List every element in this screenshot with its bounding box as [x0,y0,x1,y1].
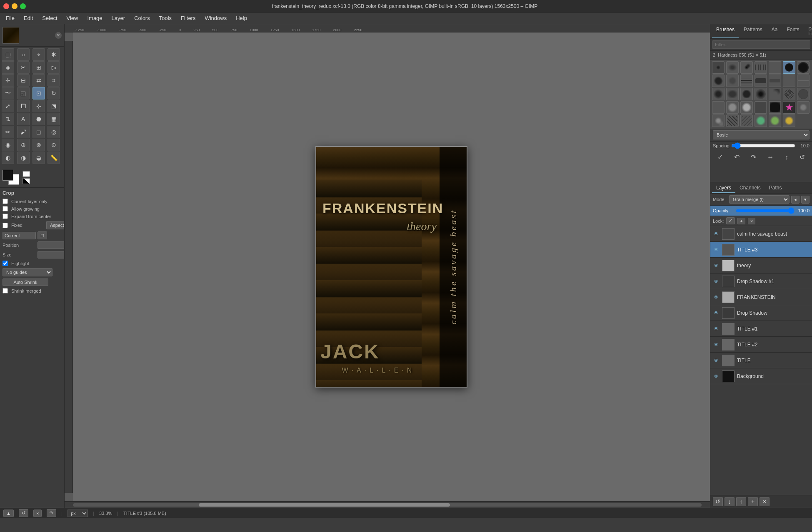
layer-eye-calm-savage[interactable]: 👁 [713,231,720,237]
layer-btn-up[interactable]: ↑ [736,497,746,506]
tool-free-select[interactable]: ⌖ [32,48,45,61]
layer-item-drop-shadow[interactable]: 👁 Drop Shadow [710,305,812,321]
menu-layer[interactable]: Layer [107,13,130,23]
menu-file[interactable]: File [2,13,19,23]
brush-item[interactable] [726,101,739,114]
brush-item[interactable] [783,114,795,127]
lock-btn-check[interactable]: ✓ [726,217,735,224]
brush-item[interactable] [783,75,795,87]
tool-fuzzy-select[interactable]: ✱ [47,48,60,61]
tab-channels[interactable]: Channels [735,183,765,193]
tool-text[interactable]: A [17,113,30,125]
brush-item[interactable] [797,101,810,114]
brush-item[interactable] [712,61,725,74]
tab-brushes[interactable]: Brushes [712,25,739,38]
reset-colors-button[interactable] [22,178,30,184]
tool-scale[interactable]: ⤢ [2,100,14,112]
tool-ink[interactable]: ◉ [2,139,14,151]
brush-item-selected[interactable] [783,61,795,74]
tool-crop[interactable]: ⊡ [32,87,45,99]
brush-item[interactable] [712,75,725,87]
tool-ellipse-select[interactable]: ○ [17,48,30,61]
brush-item[interactable] [755,61,767,74]
hscroll-thumb[interactable] [199,503,450,507]
brush-item[interactable] [740,61,753,74]
brush-action-apply[interactable]: ✓ [715,152,725,162]
tab-layers[interactable]: Layers [712,183,735,193]
guides-select[interactable]: No guides Rule of thirds Golden sections [2,268,52,276]
maximize-button[interactable] [20,3,26,9]
menu-edit[interactable]: Edit [20,13,37,23]
current-reset-button[interactable]: ◻ [37,231,47,239]
tool-rect-select[interactable]: ⬚ [2,48,14,61]
swap-colors-button[interactable] [22,171,30,177]
layer-eye-theory[interactable]: 👁 [713,262,720,269]
tool-bucket-fill[interactable]: ⬣ [32,113,45,125]
brush-action-undo[interactable]: ↶ [732,152,742,162]
brush-item[interactable] [755,75,767,87]
shrink-merged-checkbox[interactable] [2,288,8,293]
layer-item-title1[interactable]: 👁 TITLE #1 [710,321,812,337]
close-button[interactable] [3,3,9,9]
tool-measure[interactable]: 📏 [47,152,60,164]
tool-paintbrush[interactable]: 🖌 [17,126,30,138]
brush-item[interactable] [726,88,739,100]
menu-help[interactable]: Help [232,13,251,23]
brush-item[interactable] [740,75,753,87]
tool-3d-transform[interactable]: ◱ [17,87,30,99]
tool-smudge[interactable]: ◒ [32,152,45,164]
canvas-scroll[interactable]: calm the savage beast FRANKENSTEIN theor… [65,32,710,501]
thumbnail-close-button[interactable]: ✕ [55,32,62,39]
tab-paths[interactable]: Paths [765,183,786,193]
layer-eye-drop-shadow[interactable]: 👁 [713,310,720,316]
tool-align[interactable]: ⊟ [17,74,30,87]
tool-shear[interactable]: ⧠ [17,100,30,112]
tool-flip[interactable]: ⇅ [2,113,14,125]
tool-rotate[interactable]: ↻ [47,87,60,99]
tab-fonts-icon[interactable]: Aa [767,25,782,38]
brush-item[interactable] [712,88,725,100]
brush-item[interactable] [769,75,781,87]
layer-item-frankenstein[interactable]: 👁 FRANKENSTEIN [710,289,812,305]
tool-eraser[interactable]: ◻ [32,126,45,138]
tool-gradient[interactable]: ▦ [47,113,60,125]
menu-colors[interactable]: Colors [130,13,154,23]
layer-btn-add[interactable]: + [748,497,758,506]
fixed-select[interactable]: Aspect ratio Width Height [46,221,65,229]
current-layer-only-checkbox[interactable] [2,199,8,204]
tab-patterns[interactable]: Patterns [740,25,767,38]
auto-shrink-button[interactable]: Auto Shrink [2,278,48,286]
tool-warp-transform[interactable]: 〜 [2,87,14,99]
brush-item[interactable] [726,61,739,74]
brush-item[interactable] [755,101,767,114]
tool-heal[interactable]: ⊗ [32,139,45,151]
opacity-slider[interactable] [735,207,795,214]
brush-filter-input[interactable] [712,40,810,49]
tool-handle-transform[interactable]: ⊹ [32,100,45,112]
layer-item-title2[interactable]: 👁 TITLE #2 [710,337,812,353]
allow-growing-checkbox[interactable] [2,206,8,211]
layer-eye-title3[interactable]: 👁 [713,246,720,253]
brush-item[interactable] [740,101,753,114]
tab-fonts[interactable]: Fonts [782,25,803,38]
position-x-input[interactable]: 129 [37,241,65,249]
current-value-input[interactable] [2,232,36,239]
tool-transform[interactable]: ⇄ [32,74,45,87]
brush-item[interactable]: ★ [783,101,795,114]
brush-item[interactable] [755,88,767,100]
tool-perspective-clone[interactable]: ⊙ [47,139,60,151]
menu-filters[interactable]: Filters [177,13,200,23]
brush-item[interactable] [769,88,781,100]
tool-clone[interactable]: ⊕ [17,139,30,151]
layers-mode-btn1[interactable]: ◂ [791,196,800,204]
tool-foreground-select[interactable]: ⊞ [32,61,45,74]
layers-mode-select[interactable]: Grain merge (l) Normal Multiply Screen O… [729,195,790,204]
status-btn4[interactable]: ↷ [47,509,56,517]
basic-mode-select[interactable]: Basic Advanced [713,130,810,139]
minimize-button[interactable] [12,3,17,9]
menu-tools[interactable]: Tools [155,13,176,23]
tool-cage-transform[interactable]: ⌗ [47,74,60,87]
tool-dodge-burn[interactable]: ◑ [17,152,30,164]
size-w-input[interactable]: 1644 [37,251,65,259]
layer-item-title[interactable]: 👁 TITLE [710,353,812,368]
